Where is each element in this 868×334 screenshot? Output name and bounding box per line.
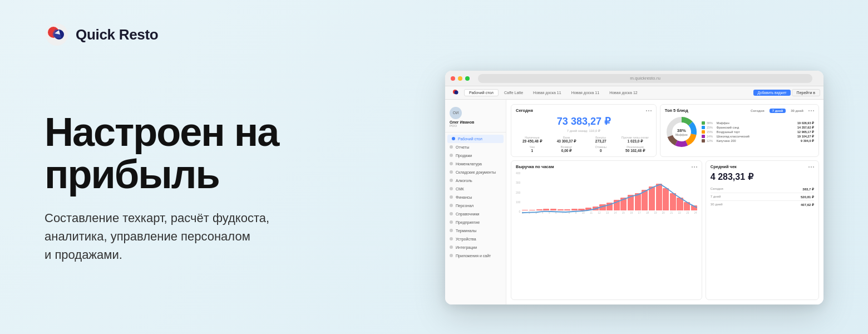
sidebar-item-storage[interactable]: Складские документы bbox=[445, 168, 506, 176]
sidebar-item-sales[interactable]: Продажи bbox=[445, 151, 506, 160]
legend-item-1: 15% Франкский сэнд 14 357,62 ₽ bbox=[702, 126, 814, 129]
sidebar-dot bbox=[450, 237, 453, 240]
stat-cancels: Отмены 0 bbox=[584, 145, 617, 153]
chart-bar bbox=[599, 204, 605, 210]
sidebar-dot bbox=[450, 179, 453, 182]
donut-center-pct: 38% Маффин bbox=[675, 128, 688, 136]
today-amount: 73 383,27 ₽ bbox=[516, 115, 652, 127]
avg-stat-7days: 7 дней 520,81 ₽ bbox=[711, 193, 814, 201]
sidebar-dot bbox=[450, 212, 453, 215]
left-section: Настроен на прибыль Составление техкарт,… bbox=[45, 111, 356, 264]
sidebar-dot bbox=[450, 229, 453, 232]
today-subtitle: 7 дней назад: 110,0 ₽ bbox=[516, 129, 652, 132]
chart-bar bbox=[628, 195, 634, 210]
tab-board2[interactable]: Новая доска 11 bbox=[567, 90, 604, 96]
legend-color-1 bbox=[702, 126, 705, 129]
sidebar-role: РОО bbox=[450, 124, 501, 127]
stat-return: Возврат 0,00 ₽ bbox=[550, 145, 583, 153]
today-stats-row1: Наличные 29 450,48 ₽ Банк 43 300,37 ₽ Бо… bbox=[516, 136, 652, 144]
widget-row-2: Выручка по часам bbox=[511, 160, 819, 300]
top5-tab-30days[interactable]: 30 дней bbox=[788, 109, 806, 113]
widget-menu-dots[interactable] bbox=[646, 110, 652, 111]
sidebar-dot bbox=[450, 187, 453, 190]
legend-item-2: 15% Воздушный торт 12 965,17 ₽ bbox=[702, 130, 814, 134]
revenue-menu-dots[interactable] bbox=[692, 166, 697, 168]
sidebar-item-crm[interactable]: СМК bbox=[445, 185, 506, 193]
legend-item-0: 38% Маффин 19 026,93 ₽ bbox=[702, 121, 814, 125]
chart-bar bbox=[635, 193, 641, 210]
legend-color-3 bbox=[702, 135, 705, 138]
sidebar-dot bbox=[450, 145, 453, 149]
sidebar-item-workspace[interactable]: Рабочий стол bbox=[447, 135, 504, 143]
tab-board3[interactable]: Новая доска 12 bbox=[605, 90, 642, 96]
sidebar-item-alcohol[interactable]: Алкоголь bbox=[445, 176, 506, 185]
dashboard-mockup: m.quickresto.ru Рабочий стол Caffe Latte… bbox=[445, 71, 823, 304]
add-board-button[interactable]: Добавить виджет bbox=[753, 90, 790, 96]
logo-area: Quick Resto bbox=[0, 0, 868, 47]
sidebar-dot bbox=[450, 245, 453, 249]
top5-tab-today[interactable]: Сегодня bbox=[748, 109, 767, 113]
brand-tab bbox=[448, 89, 463, 97]
tab-board1[interactable]: Новая доска 11 bbox=[529, 90, 566, 96]
chart-bar bbox=[677, 198, 683, 210]
revenue-widget: Выручка по часам bbox=[511, 160, 702, 300]
chart-bar bbox=[606, 203, 613, 210]
landing-page: Quick Resto Настроен на прибыль Составле… bbox=[0, 0, 868, 334]
avg-widget-title: Средний чек bbox=[711, 164, 814, 169]
right-section: m.quickresto.ru Рабочий стол Caffe Latte… bbox=[356, 71, 823, 304]
chart-bar bbox=[536, 209, 542, 210]
avg-stat-30days: 30 дней 407,62 ₽ bbox=[711, 201, 814, 208]
stat-realization: Реализация 50 102,48 ₽ bbox=[619, 145, 652, 153]
chart-bar bbox=[564, 209, 570, 210]
revenue-chart: 400 300 200 100 0 bbox=[516, 171, 697, 213]
sidebar-item-devices[interactable]: Устройства bbox=[445, 235, 506, 243]
sidebar-item-enterprise[interactable]: Предприятие bbox=[445, 218, 506, 227]
today-widget: Сегодня 73 383,27 ₽ 7 дней назад: 110,0 … bbox=[511, 104, 657, 157]
stat-cash: Наличные 29 450,48 ₽ bbox=[516, 136, 549, 144]
chart-bar bbox=[522, 210, 528, 210]
sidebar-item-integrations[interactable]: Интеграции bbox=[445, 243, 506, 252]
chart-bar bbox=[670, 193, 676, 210]
legend-item-4: 12% Капучино 200 9 304,0 ₽ bbox=[702, 139, 814, 143]
sidebar-item-staff[interactable]: Персонал bbox=[445, 202, 506, 210]
sidebar-dot bbox=[450, 254, 453, 257]
chart-bar bbox=[578, 209, 584, 210]
sidebar-item-finance[interactable]: Финансы bbox=[445, 193, 506, 202]
chart-bar bbox=[585, 208, 591, 210]
top5-menu-dots[interactable] bbox=[808, 110, 814, 111]
chart-bar bbox=[656, 184, 662, 210]
logo-icon bbox=[45, 22, 69, 47]
stat-bonus: Бонусы 273,27 bbox=[584, 136, 617, 144]
browser-close-dot bbox=[451, 76, 455, 81]
top5-legend: 38% Маффин 19 026,93 ₽ bbox=[702, 121, 814, 143]
sidebar-item-nomenclature[interactable]: Номенклатура bbox=[445, 160, 506, 168]
tab-caffe[interactable]: Caffe Latte bbox=[500, 90, 527, 96]
sidebar-avatar: ОИ bbox=[450, 107, 462, 119]
revenue-widget-title: Выручка по часам bbox=[516, 164, 697, 169]
sidebar-user: ОИ Олег Иванов РОО bbox=[445, 104, 506, 132]
sidebar-dot bbox=[450, 220, 453, 224]
sidebar-dot bbox=[450, 195, 453, 199]
chart-bar bbox=[543, 209, 549, 210]
tab-workspace[interactable]: Рабочий стол bbox=[464, 89, 499, 96]
stat-check: Чек 1 bbox=[516, 145, 549, 153]
today-widget-title: Сегодня bbox=[516, 108, 652, 113]
chart-bars bbox=[522, 171, 697, 210]
avg-menu-dots[interactable] bbox=[808, 166, 814, 168]
browser-maximize-dot bbox=[465, 76, 470, 81]
sidebar-item-reference[interactable]: Справочники bbox=[445, 210, 506, 218]
goto-button[interactable]: Перейти в bbox=[792, 89, 820, 96]
sidebar-item-reports[interactable]: Отчеты bbox=[445, 143, 506, 151]
top5-tab-7days[interactable]: 7 дней bbox=[770, 109, 786, 113]
sidebar-item-apps[interactable]: Приложения и сайт bbox=[445, 252, 506, 260]
avg-amount: 4 283,31 ₽ bbox=[711, 171, 814, 182]
sidebar-username: Олег Иванов bbox=[450, 120, 501, 124]
stat-bank: Банк 43 300,37 ₽ bbox=[550, 136, 583, 144]
sidebar-dot bbox=[450, 170, 453, 174]
dash-body: ОИ Олег Иванов РОО Рабочий стол Отчеты bbox=[445, 100, 823, 304]
sidebar-item-terminals[interactable]: Терминалы bbox=[445, 227, 506, 235]
chart-bar bbox=[550, 209, 556, 210]
avg-stat-today: Сегодня 383,7 ₽ bbox=[711, 185, 814, 193]
chart-bar bbox=[642, 190, 648, 210]
stat-other: Прочие типы оплат 1 023,0 ₽ bbox=[619, 136, 652, 144]
